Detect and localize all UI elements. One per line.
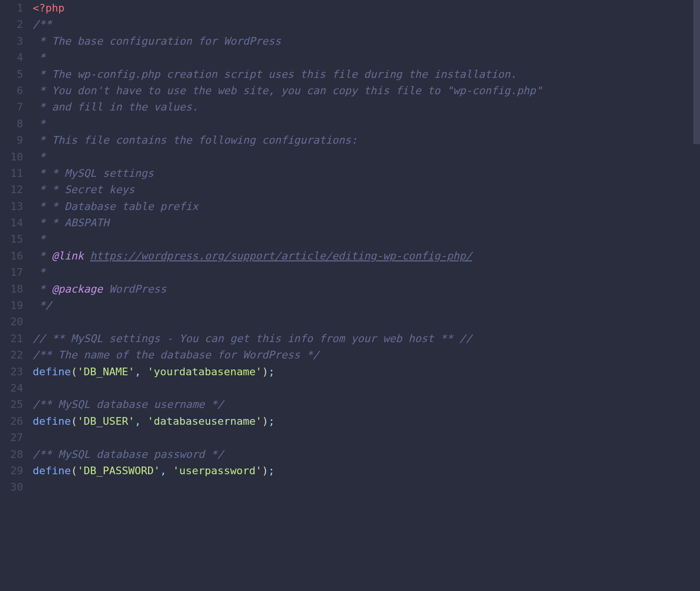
line-number: 24 xyxy=(0,380,23,396)
code-line[interactable]: * The base configuration for WordPress xyxy=(33,33,700,49)
line-number: 26 xyxy=(0,413,23,430)
token-comment: /** The name of the database for WordPre… xyxy=(33,349,319,361)
vertical-scrollbar[interactable] xyxy=(693,0,700,591)
code-line[interactable]: /** MySQL database password */ xyxy=(33,446,700,463)
line-number: 10 xyxy=(0,149,23,165)
code-line[interactable]: * * Secret keys xyxy=(33,182,700,198)
token-comment xyxy=(84,250,90,262)
token-keyword: define xyxy=(33,366,71,378)
code-line[interactable]: * You don't have to use the web site, yo… xyxy=(33,83,700,99)
token-string: 'DB_USER' xyxy=(77,415,135,427)
token-php-tag: <?php xyxy=(33,2,64,14)
token-comment: * xyxy=(33,233,46,245)
token-comment: /** MySQL database username */ xyxy=(33,398,224,410)
token-punct: , xyxy=(160,465,173,477)
token-paren: ( xyxy=(71,465,77,477)
code-line[interactable]: // ** MySQL settings - You can get this … xyxy=(33,331,700,347)
token-comment: * * ABSPATH xyxy=(33,217,109,229)
line-number: 17 xyxy=(0,264,23,281)
code-line[interactable]: define('DB_USER', 'databaseusername'); xyxy=(33,413,700,430)
line-number: 5 xyxy=(0,66,23,83)
token-comment: * and fill in the values. xyxy=(33,101,198,113)
code-line[interactable]: * xyxy=(33,116,700,132)
token-string: 'databaseusername' xyxy=(147,415,262,427)
token-comment: * * Database table prefix xyxy=(33,200,198,212)
token-comment: // ** MySQL settings - You can get this … xyxy=(33,332,472,345)
code-line[interactable]: /** MySQL database username */ xyxy=(33,396,700,413)
token-comment: * xyxy=(33,151,46,163)
line-number: 30 xyxy=(0,479,23,495)
line-number: 19 xyxy=(0,297,23,314)
line-number: 2 xyxy=(0,16,23,33)
code-line[interactable]: * * MySQL settings xyxy=(33,165,700,182)
code-line[interactable]: */ xyxy=(33,297,700,314)
token-comment: * * Secret keys xyxy=(33,184,135,196)
line-number: 18 xyxy=(0,281,23,297)
scrollbar-thumb[interactable] xyxy=(693,0,700,144)
token-comment: * xyxy=(33,266,46,278)
token-punct: ; xyxy=(268,366,275,378)
code-line[interactable]: * The wp-config.php creation script uses… xyxy=(33,66,700,83)
code-line[interactable] xyxy=(33,430,700,446)
token-paren: ) xyxy=(262,415,268,427)
code-line[interactable] xyxy=(33,380,700,396)
token-punct: ; xyxy=(268,415,275,427)
token-string: 'yourdatabasename' xyxy=(147,366,262,378)
code-line[interactable]: * xyxy=(33,149,700,165)
code-line[interactable]: define('DB_NAME', 'yourdatabasename'); xyxy=(33,364,700,380)
line-number: 11 xyxy=(0,165,23,182)
token-comment: * xyxy=(33,51,46,63)
line-number: 15 xyxy=(0,231,23,247)
line-number: 6 xyxy=(0,83,23,99)
line-number: 8 xyxy=(0,116,23,132)
code-line[interactable]: <?php xyxy=(33,0,700,16)
line-number: 9 xyxy=(0,132,23,148)
line-number: 4 xyxy=(0,49,23,66)
code-line[interactable]: * This file contains the following confi… xyxy=(33,132,700,148)
token-comment: WordPress xyxy=(103,283,166,295)
line-number: 29 xyxy=(0,463,23,479)
token-comment: * The base configuration for WordPress xyxy=(33,35,281,47)
line-number-gutter: 1234567891011121314151617181920212223242… xyxy=(0,0,33,591)
line-number: 22 xyxy=(0,347,23,363)
line-number: 28 xyxy=(0,446,23,463)
token-paren: ) xyxy=(262,366,268,378)
token-comment: * The wp-config.php creation script uses… xyxy=(33,68,517,80)
token-comment: * xyxy=(33,250,52,262)
code-line[interactable] xyxy=(33,479,700,495)
token-string: 'DB_NAME' xyxy=(77,366,135,378)
code-line[interactable]: * * Database table prefix xyxy=(33,198,700,215)
code-line[interactable]: define('DB_PASSWORD', 'userpassword'); xyxy=(33,463,700,479)
line-number: 13 xyxy=(0,198,23,215)
token-punct: , xyxy=(135,366,148,378)
token-paren: ( xyxy=(71,415,77,427)
line-number: 27 xyxy=(0,430,23,446)
code-area[interactable]: <?php/** * The base configuration for Wo… xyxy=(33,0,700,591)
token-link-url: https://wordpress.org/support/article/ed… xyxy=(90,250,472,262)
code-line[interactable] xyxy=(33,314,700,330)
code-line[interactable]: * xyxy=(33,231,700,247)
token-comment: * xyxy=(33,283,52,295)
token-comment: */ xyxy=(33,299,52,311)
code-line[interactable]: * xyxy=(33,264,700,281)
token-paren: ( xyxy=(71,366,77,378)
token-doc-tag: @package xyxy=(52,283,103,295)
code-line[interactable]: * @package WordPress xyxy=(33,281,700,297)
token-paren: ) xyxy=(262,465,268,477)
token-keyword: define xyxy=(33,465,71,477)
line-number: 16 xyxy=(0,248,23,264)
code-line[interactable]: * xyxy=(33,49,700,66)
line-number: 7 xyxy=(0,99,23,115)
code-editor[interactable]: 1234567891011121314151617181920212223242… xyxy=(0,0,700,591)
token-punct: ; xyxy=(268,465,275,477)
code-line[interactable]: * and fill in the values. xyxy=(33,99,700,115)
token-doc-tag: @link xyxy=(52,250,84,262)
line-number: 21 xyxy=(0,331,23,347)
line-number: 23 xyxy=(0,364,23,380)
code-line[interactable]: * * ABSPATH xyxy=(33,215,700,231)
code-line[interactable]: /** The name of the database for WordPre… xyxy=(33,347,700,363)
code-line[interactable]: /** xyxy=(33,16,700,33)
token-comment: * * MySQL settings xyxy=(33,167,154,179)
code-line[interactable]: * @link https://wordpress.org/support/ar… xyxy=(33,248,700,264)
line-number: 20 xyxy=(0,314,23,330)
